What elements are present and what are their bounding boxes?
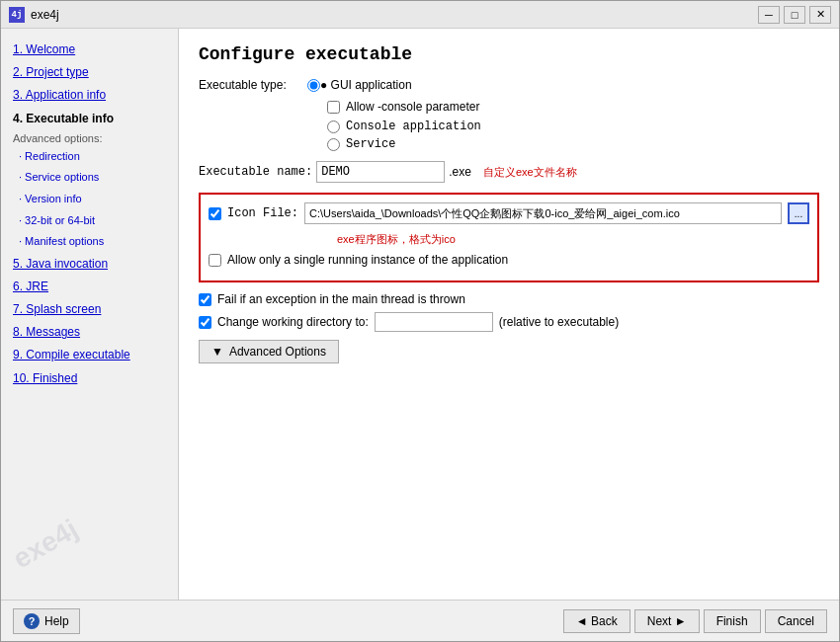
sidebar-item-finished[interactable]: 10. Finished xyxy=(9,367,170,390)
advanced-options-button[interactable]: ▼ Advanced Options xyxy=(199,340,339,363)
sidebar-item-service-options[interactable]: · Service options xyxy=(9,167,170,189)
single-instance-label: Allow only a single running instance of … xyxy=(227,253,508,267)
sidebar-item-version-info[interactable]: · Version info xyxy=(9,189,170,210)
bottom-bar: ? Help ◄ Back Next ► Finish Cancel xyxy=(1,600,839,641)
content-area: Configure executable Executable type: ● … xyxy=(179,29,839,600)
icon-file-row: Icon File: ... xyxy=(209,202,809,224)
single-instance-checkbox[interactable] xyxy=(209,254,221,267)
exec-name-label: Executable name: xyxy=(199,165,312,179)
service-radio-row: Service xyxy=(199,137,819,151)
icon-file-input[interactable] xyxy=(304,202,782,224)
sidebar-item-compile-executable[interactable]: 9. Compile executable xyxy=(9,344,170,366)
main-content: 1. Welcome 2. Project type 3. Applicatio… xyxy=(1,29,839,600)
gui-radio-label: ● GUI application xyxy=(320,78,412,92)
exec-name-input[interactable] xyxy=(316,161,445,183)
service-radio-label: Service xyxy=(346,137,395,151)
close-button[interactable]: ✕ xyxy=(809,6,831,24)
next-button[interactable]: Next ► xyxy=(634,609,700,633)
sidebar-item-exec-info[interactable]: 4. Executable info xyxy=(9,108,170,130)
title-bar-left: 4j exe4j xyxy=(9,7,59,23)
window-title: exe4j xyxy=(31,8,59,22)
working-dir-input[interactable] xyxy=(375,312,493,332)
allow-console-checkbox[interactable] xyxy=(327,101,340,114)
sidebar-item-32-64-bit[interactable]: · 32-bit or 64-bit xyxy=(9,210,170,232)
nav-buttons: ◄ Back Next ► Finish Cancel xyxy=(563,609,827,633)
sidebar-item-redirection[interactable]: · Redirection xyxy=(9,146,170,168)
sidebar-item-welcome[interactable]: 1. Welcome xyxy=(9,39,170,61)
sidebar-item-manifest-options[interactable]: · Manifest options xyxy=(9,231,170,253)
exec-type-row: Executable type: ● GUI application xyxy=(199,78,819,92)
gui-radio[interactable] xyxy=(307,79,320,92)
service-radio[interactable] xyxy=(327,138,340,151)
console-radio-row: Console application xyxy=(199,120,819,133)
fail-exception-label: Fail if an exception in the main thread … xyxy=(217,292,465,306)
cancel-button[interactable]: Cancel xyxy=(765,609,827,633)
icon-file-label: Icon File: xyxy=(227,206,298,220)
working-dir-checkbox[interactable] xyxy=(199,316,211,329)
sidebar-watermark: exe4j xyxy=(8,514,84,576)
console-radio[interactable] xyxy=(327,120,340,133)
exec-annotation: 自定义exe文件名称 xyxy=(483,165,577,180)
console-radio-label: Console application xyxy=(346,120,481,133)
icon-browse-button[interactable]: ... xyxy=(788,202,809,224)
help-label: Help xyxy=(44,614,69,628)
maximize-button[interactable]: □ xyxy=(784,6,805,24)
sidebar: 1. Welcome 2. Project type 3. Applicatio… xyxy=(1,29,179,600)
sidebar-item-project-type[interactable]: 2. Project type xyxy=(9,61,170,84)
advanced-arrow-icon: ▼ xyxy=(211,345,223,359)
working-dir-row: Change working directory to: (relative t… xyxy=(199,312,819,332)
fail-exception-row: Fail if an exception in the main thread … xyxy=(199,292,819,306)
sidebar-item-app-info[interactable]: 3. Application info xyxy=(9,84,170,107)
sidebar-item-java-invocation[interactable]: 5. Java invocation xyxy=(9,253,170,276)
title-bar: 4j exe4j ─ □ ✕ xyxy=(1,1,839,29)
help-icon: ? xyxy=(24,613,40,629)
exec-name-row: Executable name: .exe 自定义exe文件名称 xyxy=(199,161,819,183)
page-title: Configure executable xyxy=(199,44,819,64)
relative-label: (relative to executable) xyxy=(499,315,619,329)
fail-exception-checkbox[interactable] xyxy=(199,293,211,306)
allow-console-checkbox-row: Allow -console parameter xyxy=(327,100,819,114)
icon-annotation: exe程序图标，格式为ico xyxy=(337,233,456,245)
icon-file-checkbox[interactable] xyxy=(209,207,221,220)
advanced-options-label: Advanced Options xyxy=(229,345,326,359)
sidebar-item-jre[interactable]: 6. JRE xyxy=(9,276,170,298)
app-icon: 4j xyxy=(9,7,25,23)
title-bar-controls: ─ □ ✕ xyxy=(758,6,831,24)
working-dir-label: Change working directory to: xyxy=(217,315,369,329)
back-button[interactable]: ◄ Back xyxy=(563,609,630,633)
sidebar-item-messages[interactable]: 8. Messages xyxy=(9,321,170,344)
icon-annotation-row: exe程序图标，格式为ico xyxy=(209,232,809,247)
finish-button[interactable]: Finish xyxy=(704,609,761,633)
single-instance-row: Allow only a single running instance of … xyxy=(209,253,809,267)
allow-console-row: Allow -console parameter xyxy=(199,100,819,114)
exec-ext: .exe xyxy=(449,165,471,179)
red-box-section: Icon File: ... exe程序图标，格式为ico Allow only… xyxy=(199,193,819,282)
sidebar-advanced-options-label: Advanced options: xyxy=(9,130,170,146)
sidebar-item-splash-screen[interactable]: 7. Splash screen xyxy=(9,298,170,321)
help-button[interactable]: ? Help xyxy=(13,608,80,634)
exec-type-label: Executable type: xyxy=(199,78,307,92)
main-window: 4j exe4j ─ □ ✕ 1. Welcome 2. Project typ… xyxy=(0,0,840,642)
allow-console-label: Allow -console parameter xyxy=(346,100,479,114)
minimize-button[interactable]: ─ xyxy=(758,6,780,24)
